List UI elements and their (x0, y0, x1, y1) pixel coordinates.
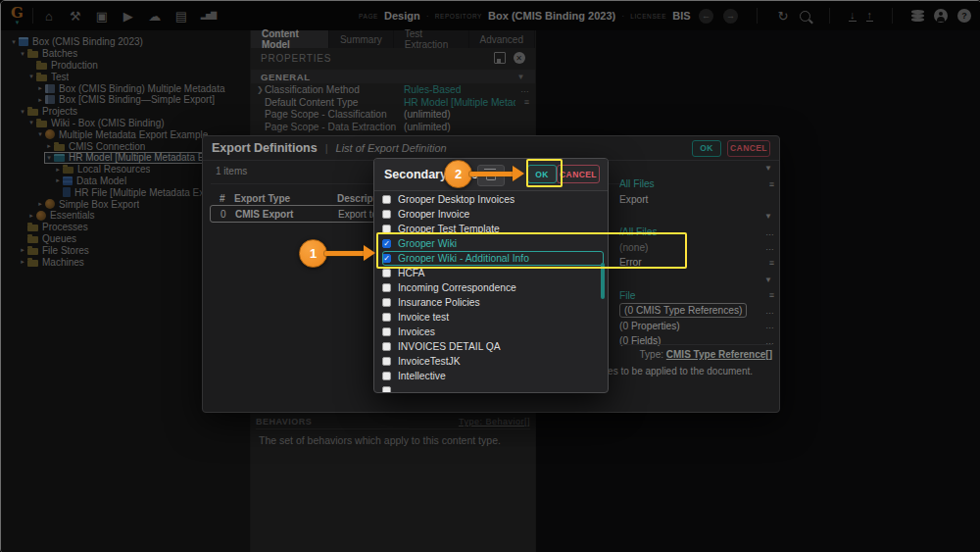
option-label: Intellective (398, 371, 446, 381)
secondary-type-option-grooper-desktop-invoices[interactable]: Grooper Desktop Invoices (382, 192, 608, 207)
option-label: INVOICES DETAIL QA (398, 341, 501, 352)
secondary-type-option-invoicetestjk[interactable]: InvoiceTestJK (382, 354, 608, 369)
secondary-type-option-invoice-test[interactable]: Invoice test (382, 310, 608, 325)
secondary-type-option-insurance-policies[interactable]: Insurance Policies (382, 295, 608, 310)
option-label: Incoming Correspondence (398, 282, 516, 293)
option-label: Invoice test (398, 312, 449, 323)
option-label: HCFA (398, 268, 424, 278)
annotation-arrowhead-1 (364, 245, 375, 261)
option-label: Insurance Policies (398, 297, 480, 308)
annotation-highlight-checkboxes (376, 232, 687, 269)
annotation-step-2: 2 (444, 160, 472, 188)
annotation-step-1: 1 (299, 239, 327, 268)
checkbox-icon[interactable] (382, 327, 391, 336)
option-label: Grooper Invoice (398, 209, 469, 220)
secondary-type-option-invoices[interactable]: Invoices (382, 325, 608, 339)
cancel-button[interactable]: CANCEL (557, 165, 600, 183)
annotation-arrow-1 (324, 251, 366, 256)
checkbox-icon[interactable] (382, 269, 391, 277)
secondary-type-option-invoices-detail-qa[interactable]: INVOICES DETAIL QA (382, 339, 608, 354)
checkbox-icon[interactable] (382, 342, 391, 351)
secondary-type-option-grooper-invoice[interactable]: Grooper Invoice (382, 207, 608, 222)
option-label: Invoices (398, 326, 435, 337)
checkbox-icon[interactable] (382, 298, 391, 307)
secondary-type-option-intellective[interactable]: Intellective (382, 369, 608, 383)
checkbox-icon[interactable] (382, 210, 391, 219)
annotation-arrow-2 (469, 172, 514, 176)
checkbox-icon[interactable] (382, 313, 391, 322)
secondary-type-option[interactable] (382, 383, 608, 393)
option-label: InvoiceTestJK (398, 356, 461, 367)
secondary-type-option-incoming-correspondence[interactable]: Incoming Correspondence (382, 280, 608, 295)
secondary-types-dialog: Secondary Types OK CANCEL Grooper Deskto… (373, 158, 609, 393)
checkbox-icon[interactable] (382, 357, 391, 366)
annotation-highlight-ok (526, 159, 563, 187)
checkbox-icon[interactable] (382, 372, 391, 380)
checkbox-icon[interactable] (382, 195, 391, 204)
checkbox-icon[interactable] (382, 386, 391, 393)
app-window: G▾ ⌂ ⚒ ▣ ▶ ☁ ▤ ▂▅▇ PAGE Design · REPOSIT… (0, 0, 980, 552)
checkbox-icon[interactable] (382, 283, 391, 292)
annotation-arrowhead-2 (513, 166, 524, 181)
option-label: Grooper Desktop Invoices (398, 194, 514, 205)
secondary-types-list: Grooper Desktop InvoicesGrooper InvoiceG… (374, 190, 608, 392)
